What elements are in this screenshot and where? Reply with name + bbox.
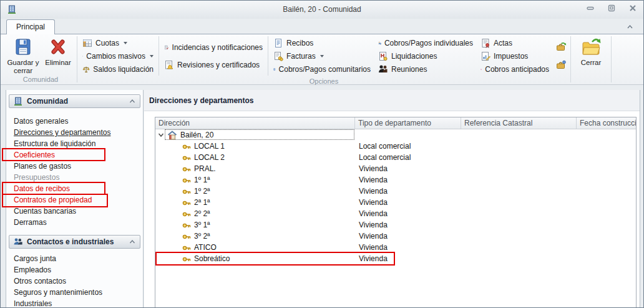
column-header-direccion[interactable]: Dirección xyxy=(155,117,355,129)
traspaso-comunidad-button[interactable] xyxy=(556,42,567,52)
reuniones-button[interactable]: Reuniones xyxy=(378,62,473,76)
restore-button[interactable] xyxy=(606,4,617,12)
saldos-liquidacion-button[interactable]: Saldos liquidación xyxy=(82,62,154,76)
cuotas-button[interactable]: Cuotas xyxy=(82,36,154,49)
sidebar-item-cuentas-bancarias[interactable]: Cuentas bancarias xyxy=(6,206,143,217)
chevron-up-icon xyxy=(129,98,136,104)
minimize-button[interactable] xyxy=(585,4,596,12)
sidebar-section-comunidad[interactable]: Comunidad xyxy=(9,94,140,108)
ribbon-collapse-button[interactable] xyxy=(625,23,635,31)
table-row-3-1[interactable]: 3º 1ª Vivienda xyxy=(155,219,636,231)
sidebar-item-contratos-de-propiedad[interactable]: Contratos de propiedad xyxy=(6,194,143,206)
incidencias-button[interactable]: Incidencias y notificaciones xyxy=(164,41,263,54)
sidebar-section-contactos[interactable]: Contactos e industriales xyxy=(9,235,140,249)
group-label-opciones: Opciones xyxy=(79,77,569,86)
impuestos-button[interactable]: Impuestos xyxy=(481,49,549,62)
cobros-pagos-comunitarios-button[interactable]: Cobros/Pagos comunitarios xyxy=(273,62,371,76)
row-type: Vivienda xyxy=(359,242,388,253)
tab-row: Principal xyxy=(1,19,643,34)
ribbon-group-opciones: Cuotas Cambios masivos xyxy=(79,34,569,84)
traspaso-departamento-button[interactable] xyxy=(556,60,567,70)
cobros-anticipados-button[interactable]: Cobros anticipados xyxy=(481,62,549,76)
sidebar-nav-comunidad: Datos generales Direcciones y departamen… xyxy=(6,116,143,228)
row-type: Vivienda xyxy=(359,208,388,219)
button-label: Actas xyxy=(494,39,512,47)
table-row-local2[interactable]: LOCAL 2 Local comercial xyxy=(155,152,636,163)
sidebar-item-direcciones-y-departamentos[interactable]: Direcciones y departamentos xyxy=(6,127,143,138)
recibos-button[interactable]: Recibos xyxy=(273,36,371,49)
table-calendar-icon xyxy=(82,38,92,48)
table-row-atico[interactable]: ATICO Vivienda xyxy=(155,242,636,253)
ribbon-stack-cobros-individuales: Cobros/Pagos individuales Liquidaciones xyxy=(374,34,477,77)
row-label: 3º 2ª xyxy=(194,231,210,242)
button-label: Saldos liquidación xyxy=(93,65,154,74)
row-label: 3º 1ª xyxy=(194,219,210,231)
sidebar-item-seguros-y-mantenimientos[interactable]: Seguros y mantenimientos xyxy=(6,287,143,298)
key-icon xyxy=(182,177,191,184)
button-label: Cambios masivos xyxy=(86,52,145,61)
document-bell-icon xyxy=(164,60,174,70)
table-row-sobreatico[interactable]: Sobreático Vivienda xyxy=(155,253,636,264)
ribbon-separator xyxy=(611,36,612,82)
cobros-pagos-individuales-button[interactable]: Cobros/Pagos individuales xyxy=(378,36,473,49)
revisiones-button[interactable]: Revisiones y certificados xyxy=(164,58,263,71)
briefcase-person-icon xyxy=(556,60,567,70)
row-label: 2º 2ª xyxy=(194,208,210,219)
table-row-1-2[interactable]: 1º 2ª Vivienda xyxy=(155,186,636,197)
sidebar-item-derramas[interactable]: Derramas xyxy=(6,217,143,228)
sidebar-item-otros-contactos[interactable]: Otros contactos xyxy=(6,276,143,287)
button-label: Recibos xyxy=(286,39,313,47)
facturas-button[interactable]: Facturas xyxy=(273,49,371,62)
sidebar-item-cargos-junta[interactable]: Cargos junta xyxy=(6,253,143,264)
sidebar-item-datos-de-recibos[interactable]: Datos de recibos xyxy=(6,183,143,194)
key-icon xyxy=(182,144,191,150)
calculator-icon xyxy=(273,64,276,74)
actas-button[interactable]: Actas xyxy=(481,36,549,49)
ribbon-group-cerrar: Cerrar xyxy=(572,34,610,84)
row-label: 1º 2ª xyxy=(194,186,210,197)
sidebar-item-presupuestos[interactable]: Presupuestos xyxy=(6,172,143,183)
chevron-up-icon xyxy=(129,239,136,245)
row-label: ATICO xyxy=(194,242,217,253)
table-row-2-2[interactable]: 2º 2ª Vivienda xyxy=(155,208,636,219)
eliminar-button[interactable]: Eliminar xyxy=(41,34,76,76)
cambios-masivos-button[interactable]: Cambios masivos xyxy=(82,49,154,62)
table-row-2-1[interactable]: 2ª 1ª Vivienda xyxy=(155,197,636,208)
table-row-3-2[interactable]: 3º 2ª Vivienda xyxy=(155,231,636,242)
button-label: Incidencias y notificaciones xyxy=(172,43,263,52)
table-row-root[interactable]: Bailén, 20 xyxy=(155,129,636,141)
button-label: Facturas xyxy=(286,52,316,61)
ribbon: Guardar y cerrar Eliminar Comunidad xyxy=(1,34,643,85)
sidebar: Comunidad Datos generales Direcciones y … xyxy=(6,90,144,307)
tree-expand-icon[interactable] xyxy=(157,132,165,139)
column-header-tipo[interactable]: Tipo de departamento xyxy=(355,117,461,129)
sidebar-item-planes-de-gastos[interactable]: Planes de gastos xyxy=(6,161,143,172)
ribbon-stack-actas: Actas Impuestos xyxy=(477,34,553,77)
departments-table: Dirección Tipo de departamento Referenci… xyxy=(155,117,637,307)
liquidaciones-button[interactable]: Liquidaciones xyxy=(378,49,473,62)
table-row-1-1[interactable]: 1º 1ª Vivienda xyxy=(155,174,636,186)
sidebar-item-estructura-de-liquidacion[interactable]: Estructura de liquidación xyxy=(6,138,143,149)
tab-principal[interactable]: Principal xyxy=(6,19,55,34)
button-label: Guardar y cerrar xyxy=(6,59,41,75)
button-label: Cerrar xyxy=(581,59,602,67)
guardar-y-cerrar-button[interactable]: Guardar y cerrar xyxy=(6,34,41,76)
sidebar-item-coeficientes[interactable]: Coeficientes xyxy=(6,149,143,161)
table-row-local1[interactable]: LOCAL 1 Local comercial xyxy=(155,141,636,152)
sidebar-item-empleados[interactable]: Empleados xyxy=(6,264,143,276)
app-window: Bailén, 20 - Comunidad Principal xyxy=(0,0,644,308)
sidebar-item-datos-generales[interactable]: Datos generales xyxy=(6,116,143,127)
key-icon xyxy=(182,256,191,262)
cerrar-button[interactable]: Cerrar xyxy=(572,34,610,76)
row-label: Bailén, 20 xyxy=(180,129,213,141)
window-title: Bailén, 20 - Comunidad xyxy=(1,1,643,19)
table-row-pral[interactable]: PRAL. Vivienda xyxy=(155,163,636,174)
close-button[interactable] xyxy=(627,4,638,12)
column-header-fecha[interactable]: Fecha construcción xyxy=(577,117,636,129)
sidebar-item-industriales[interactable]: Industriales xyxy=(6,298,143,307)
row-type: Vivienda xyxy=(359,253,388,264)
column-header-referencia[interactable]: Referencia Catastral xyxy=(461,117,577,129)
button-label: Reuniones xyxy=(391,65,427,74)
receipt-icon xyxy=(273,38,283,48)
ribbon-separator xyxy=(159,36,159,76)
